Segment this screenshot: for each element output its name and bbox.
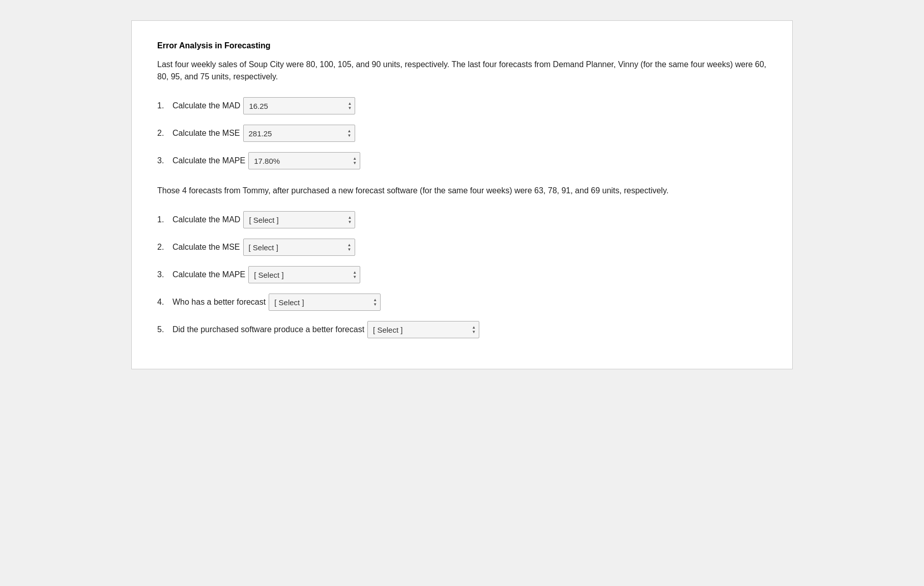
question-number-s2-2: 2.: [157, 243, 172, 252]
mape1-select-wrapper[interactable]: 17.80%: [248, 152, 360, 169]
question-label-mape2: Calculate the MAPE: [172, 270, 245, 279]
question-label-mad2: Calculate the MAD: [172, 215, 240, 224]
question-label-mape1: Calculate the MAPE: [172, 156, 245, 165]
software-select-wrapper[interactable]: [ Select ]: [367, 321, 479, 338]
mad1-select[interactable]: 16.25: [244, 100, 355, 112]
question-label-mad1: Calculate the MAD: [172, 101, 240, 110]
question-row-mse1: 2. Calculate the MSE 281.25: [157, 125, 767, 142]
question-row-better: 4. Who has a better forecast [ Select ]: [157, 294, 767, 311]
question-row-mape1: 3. Calculate the MAPE 17.80%: [157, 152, 767, 169]
question-number-s2-3: 3.: [157, 270, 172, 279]
question-number-2: 2.: [157, 129, 172, 138]
question-label-better: Who has a better forecast: [172, 298, 266, 307]
mse1-select[interactable]: 281.25: [244, 127, 355, 140]
page-container: Error Analysis in Forecasting Last four …: [131, 20, 793, 369]
question-number-s2-5: 5.: [157, 325, 172, 334]
question-row-mape2: 3. Calculate the MAPE [ Select ]: [157, 266, 767, 283]
mad1-select-wrapper[interactable]: 16.25: [243, 97, 355, 114]
section-2: 1. Calculate the MAD [ Select ] 2. Calcu…: [157, 211, 767, 338]
mad2-select-wrapper[interactable]: [ Select ]: [243, 211, 355, 228]
better-select[interactable]: [ Select ]: [269, 296, 380, 309]
question-row-mse2: 2. Calculate the MSE [ Select ]: [157, 239, 767, 256]
mse2-select-wrapper[interactable]: [ Select ]: [243, 239, 355, 256]
mape2-select-wrapper[interactable]: [ Select ]: [248, 266, 360, 283]
mape2-select[interactable]: [ Select ]: [249, 269, 360, 281]
question-row-mad2: 1. Calculate the MAD [ Select ]: [157, 211, 767, 228]
software-select[interactable]: [ Select ]: [368, 324, 479, 336]
better-select-wrapper[interactable]: [ Select ]: [269, 294, 381, 311]
question-row-software: 5. Did the purchased software produce a …: [157, 321, 767, 338]
question-number-3: 3.: [157, 156, 172, 165]
question-label-mse2: Calculate the MSE: [172, 243, 240, 252]
question-row-mad1: 1. Calculate the MAD 16.25: [157, 97, 767, 114]
question-number-s2-1: 1.: [157, 215, 172, 224]
mse2-select[interactable]: [ Select ]: [244, 241, 355, 254]
section-1: 1. Calculate the MAD 16.25 2. Calculate …: [157, 97, 767, 169]
mape1-select[interactable]: 17.80%: [249, 155, 360, 167]
question-label-mse1: Calculate the MSE: [172, 129, 240, 138]
description-1: Last four weekly sales of Soup City were…: [157, 58, 767, 83]
question-label-software: Did the purchased software produce a bet…: [172, 325, 364, 334]
mse1-select-wrapper[interactable]: 281.25: [243, 125, 355, 142]
question-number-1: 1.: [157, 101, 172, 110]
mad2-select[interactable]: [ Select ]: [244, 214, 355, 226]
page-title: Error Analysis in Forecasting: [157, 41, 767, 50]
description-2: Those 4 forecasts from Tommy, after purc…: [157, 185, 767, 197]
question-number-s2-4: 4.: [157, 298, 172, 307]
